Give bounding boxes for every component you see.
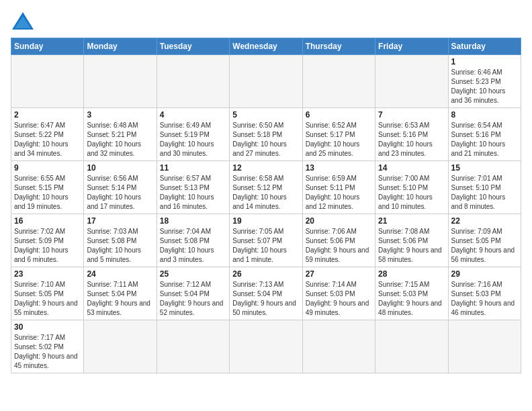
weekday-tuesday: Tuesday <box>157 38 229 55</box>
day-number: 9 <box>14 163 81 173</box>
day-info: Sunrise: 7:00 AM Sunset: 5:10 PM Dayligh… <box>378 174 445 212</box>
day-info: Sunrise: 7:02 AM Sunset: 5:09 PM Dayligh… <box>14 227 81 265</box>
day-number: 19 <box>232 216 299 226</box>
day-info: Sunrise: 6:50 AM Sunset: 5:18 PM Dayligh… <box>232 121 299 158</box>
day-info: Sunrise: 6:54 AM Sunset: 5:16 PM Dayligh… <box>451 121 518 158</box>
day-cell <box>375 55 448 108</box>
day-cell: 15Sunrise: 7:01 AM Sunset: 5:10 PM Dayli… <box>448 161 521 214</box>
page: SundayMondayTuesdayWednesdayThursdayFrid… <box>0 0 532 411</box>
day-info: Sunrise: 7:06 AM Sunset: 5:06 PM Dayligh… <box>306 227 372 265</box>
day-cell: 1Sunrise: 6:46 AM Sunset: 5:23 PM Daylig… <box>448 55 521 108</box>
day-number: 12 <box>232 163 299 173</box>
day-cell <box>84 320 157 373</box>
weekday-monday: Monday <box>84 38 157 55</box>
day-info: Sunrise: 6:52 AM Sunset: 5:17 PM Dayligh… <box>306 121 372 158</box>
day-number: 4 <box>160 110 226 120</box>
day-number: 10 <box>87 163 153 173</box>
day-number: 15 <box>451 163 518 173</box>
day-cell: 18Sunrise: 7:04 AM Sunset: 5:08 PM Dayli… <box>157 214 229 267</box>
day-cell: 3Sunrise: 6:48 AM Sunset: 5:21 PM Daylig… <box>84 108 157 161</box>
day-cell: 13Sunrise: 6:59 AM Sunset: 5:11 PM Dayli… <box>302 161 375 214</box>
day-info: Sunrise: 7:17 AM Sunset: 5:02 PM Dayligh… <box>14 333 81 371</box>
weekday-friday: Friday <box>375 38 448 55</box>
day-cell <box>11 55 84 108</box>
day-info: Sunrise: 7:12 AM Sunset: 5:04 PM Dayligh… <box>160 280 226 318</box>
day-info: Sunrise: 7:03 AM Sunset: 5:08 PM Dayligh… <box>87 227 153 265</box>
day-number: 16 <box>14 216 81 226</box>
day-cell <box>302 320 375 373</box>
day-number: 23 <box>14 269 81 279</box>
day-number: 1 <box>451 57 518 66</box>
week-row-6: 30Sunrise: 7:17 AM Sunset: 5:02 PM Dayli… <box>11 320 521 373</box>
day-cell: 9Sunrise: 6:55 AM Sunset: 5:15 PM Daylig… <box>11 161 84 214</box>
day-cell: 17Sunrise: 7:03 AM Sunset: 5:08 PM Dayli… <box>84 214 157 267</box>
day-cell: 29Sunrise: 7:16 AM Sunset: 5:03 PM Dayli… <box>448 267 521 320</box>
day-cell: 14Sunrise: 7:00 AM Sunset: 5:10 PM Dayli… <box>375 161 448 214</box>
day-cell: 20Sunrise: 7:06 AM Sunset: 5:06 PM Dayli… <box>302 214 375 267</box>
day-cell: 11Sunrise: 6:57 AM Sunset: 5:13 PM Dayli… <box>157 161 229 214</box>
day-cell: 2Sunrise: 6:47 AM Sunset: 5:22 PM Daylig… <box>11 108 84 161</box>
day-number: 11 <box>160 163 226 173</box>
day-info: Sunrise: 6:47 AM Sunset: 5:22 PM Dayligh… <box>14 121 81 158</box>
day-number: 8 <box>451 110 518 120</box>
day-number: 20 <box>306 216 372 226</box>
day-cell: 19Sunrise: 7:05 AM Sunset: 5:07 PM Dayli… <box>230 214 302 267</box>
day-info: Sunrise: 6:49 AM Sunset: 5:19 PM Dayligh… <box>160 121 226 158</box>
day-cell <box>375 320 448 373</box>
day-cell <box>84 55 157 108</box>
day-number: 14 <box>378 163 445 173</box>
day-cell: 6Sunrise: 6:52 AM Sunset: 5:17 PM Daylig… <box>302 108 375 161</box>
weekday-thursday: Thursday <box>302 38 375 55</box>
logo-icon <box>11 11 35 31</box>
day-info: Sunrise: 6:58 AM Sunset: 5:12 PM Dayligh… <box>232 174 299 212</box>
day-number: 28 <box>378 269 445 279</box>
day-cell: 5Sunrise: 6:50 AM Sunset: 5:18 PM Daylig… <box>230 108 302 161</box>
week-row-3: 9Sunrise: 6:55 AM Sunset: 5:15 PM Daylig… <box>11 161 521 214</box>
week-row-4: 16Sunrise: 7:02 AM Sunset: 5:09 PM Dayli… <box>11 214 521 267</box>
day-info: Sunrise: 7:14 AM Sunset: 5:03 PM Dayligh… <box>306 280 372 318</box>
day-number: 30 <box>14 322 81 332</box>
day-cell: 12Sunrise: 6:58 AM Sunset: 5:12 PM Dayli… <box>230 161 302 214</box>
day-cell: 30Sunrise: 7:17 AM Sunset: 5:02 PM Dayli… <box>11 320 84 373</box>
day-number: 29 <box>451 269 518 279</box>
day-cell: 23Sunrise: 7:10 AM Sunset: 5:05 PM Dayli… <box>11 267 84 320</box>
day-cell: 4Sunrise: 6:49 AM Sunset: 5:19 PM Daylig… <box>157 108 229 161</box>
week-row-1: 1Sunrise: 6:46 AM Sunset: 5:23 PM Daylig… <box>11 55 521 108</box>
day-number: 25 <box>160 269 226 279</box>
weekday-sunday: Sunday <box>11 38 84 55</box>
day-cell <box>448 320 521 373</box>
day-cell: 10Sunrise: 6:56 AM Sunset: 5:14 PM Dayli… <box>84 161 157 214</box>
day-cell: 28Sunrise: 7:15 AM Sunset: 5:03 PM Dayli… <box>375 267 448 320</box>
day-info: Sunrise: 7:10 AM Sunset: 5:05 PM Dayligh… <box>14 280 81 318</box>
day-number: 24 <box>87 269 153 279</box>
day-number: 13 <box>306 163 372 173</box>
day-info: Sunrise: 7:16 AM Sunset: 5:03 PM Dayligh… <box>451 280 518 318</box>
day-info: Sunrise: 6:46 AM Sunset: 5:23 PM Dayligh… <box>451 68 518 105</box>
day-info: Sunrise: 6:59 AM Sunset: 5:11 PM Dayligh… <box>306 174 372 212</box>
day-info: Sunrise: 7:05 AM Sunset: 5:07 PM Dayligh… <box>232 227 299 265</box>
day-cell: 7Sunrise: 6:53 AM Sunset: 5:16 PM Daylig… <box>375 108 448 161</box>
day-cell <box>230 320 302 373</box>
day-number: 21 <box>378 216 445 226</box>
day-cell <box>157 55 229 108</box>
weekday-header-row: SundayMondayTuesdayWednesdayThursdayFrid… <box>11 38 521 55</box>
day-info: Sunrise: 6:48 AM Sunset: 5:21 PM Dayligh… <box>87 121 153 158</box>
day-number: 27 <box>306 269 372 279</box>
day-cell: 16Sunrise: 7:02 AM Sunset: 5:09 PM Dayli… <box>11 214 84 267</box>
day-number: 22 <box>451 216 518 226</box>
logo <box>11 11 38 31</box>
day-cell: 27Sunrise: 7:14 AM Sunset: 5:03 PM Dayli… <box>302 267 375 320</box>
day-info: Sunrise: 7:01 AM Sunset: 5:10 PM Dayligh… <box>451 174 518 212</box>
day-number: 26 <box>232 269 299 279</box>
day-info: Sunrise: 6:53 AM Sunset: 5:16 PM Dayligh… <box>378 121 445 158</box>
week-row-2: 2Sunrise: 6:47 AM Sunset: 5:22 PM Daylig… <box>11 108 521 161</box>
weekday-saturday: Saturday <box>448 38 521 55</box>
day-info: Sunrise: 7:11 AM Sunset: 5:04 PM Dayligh… <box>87 280 153 318</box>
day-info: Sunrise: 6:56 AM Sunset: 5:14 PM Dayligh… <box>87 174 153 212</box>
day-info: Sunrise: 7:13 AM Sunset: 5:04 PM Dayligh… <box>232 280 299 318</box>
day-number: 18 <box>160 216 226 226</box>
day-number: 7 <box>378 110 445 120</box>
day-cell <box>302 55 375 108</box>
day-number: 5 <box>232 110 299 120</box>
day-cell: 24Sunrise: 7:11 AM Sunset: 5:04 PM Dayli… <box>84 267 157 320</box>
